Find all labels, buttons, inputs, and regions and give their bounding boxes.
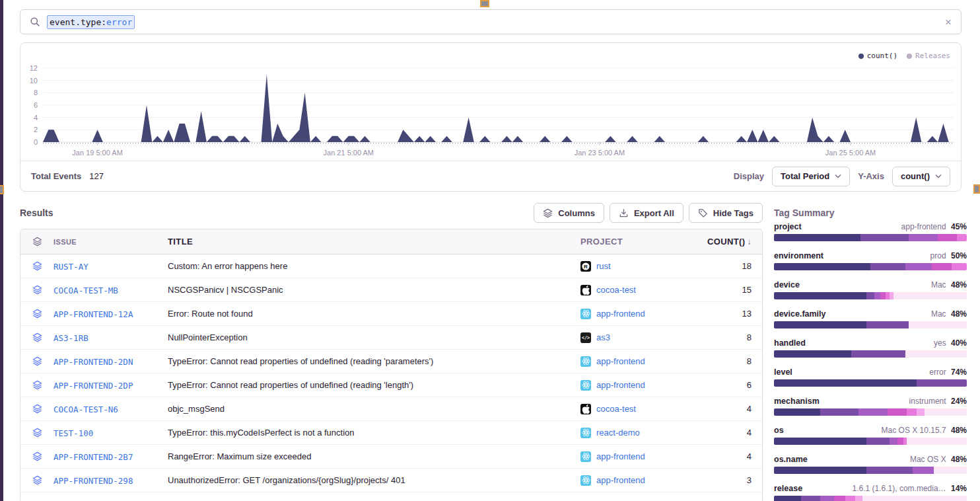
tag-bar-segment[interactable]: [774, 350, 851, 358]
issue-link[interactable]: APP-FRONTEND-12A: [53, 309, 133, 319]
tag-block-environment: environment prod 50%: [774, 251, 967, 280]
project-link[interactable]: app-frontend: [596, 309, 645, 319]
tag-bar-segment[interactable]: [774, 467, 866, 474]
tag-bar-segment[interactable]: [866, 321, 909, 328]
tag-bar-segment[interactable]: [932, 263, 951, 270]
tag-bar-segment[interactable]: [888, 408, 907, 416]
tag-bar-segment[interactable]: [905, 350, 967, 358]
project-link[interactable]: react-demo: [596, 428, 640, 438]
tag-bar-segment[interactable]: [866, 467, 913, 474]
tag-bar-segment[interactable]: [774, 234, 860, 241]
tag-bar-segment[interactable]: [774, 496, 801, 501]
tag-bar-segment[interactable]: [820, 408, 858, 416]
hide-tags-button[interactable]: Hide Tags: [689, 203, 763, 223]
tag-bar-segment[interactable]: [774, 408, 820, 416]
columns-button[interactable]: Columns: [534, 203, 604, 223]
column-header-title[interactable]: TITLE: [168, 237, 580, 247]
react-platform-icon: [580, 309, 591, 319]
tag-distribution-bar[interactable]: [774, 263, 967, 270]
tag-bar-segment[interactable]: [897, 438, 903, 445]
project-link[interactable]: app-frontend: [596, 356, 645, 366]
tag-bar-segment[interactable]: [834, 496, 846, 501]
tag-bar-segment[interactable]: [913, 467, 934, 474]
tag-distribution-bar[interactable]: [774, 350, 967, 358]
tag-bar-segment[interactable]: [774, 263, 870, 270]
project-link[interactable]: cocoa-test: [596, 404, 636, 414]
search-query-token[interactable]: event.type:error: [47, 15, 135, 29]
tag-bar-segment[interactable]: [890, 438, 897, 445]
tag-bar-segment[interactable]: [855, 496, 863, 501]
issue-link[interactable]: TEST-100: [53, 428, 93, 438]
issue-link[interactable]: APP-FRONTEND-2B7: [53, 452, 133, 462]
yaxis-dropdown[interactable]: count(): [892, 167, 950, 186]
column-header-count[interactable]: COUNT()↓: [706, 237, 762, 247]
project-link[interactable]: app-frontend: [596, 475, 645, 485]
tag-distribution-bar[interactable]: [774, 379, 967, 387]
tag-bar-segment[interactable]: [870, 263, 905, 270]
tag-bar-segment[interactable]: [866, 292, 874, 299]
search-bar[interactable]: event.type:error ×: [20, 9, 962, 34]
tag-bar-segment[interactable]: [907, 408, 917, 416]
project-link[interactable]: app-frontend: [596, 451, 645, 461]
tag-bar-segment[interactable]: [934, 467, 967, 474]
legend-count[interactable]: count(): [858, 52, 897, 60]
tag-block-handled: handled yes 40%: [774, 338, 967, 367]
event-title: NSCGSPanicv | NSCGSPanic: [168, 285, 580, 295]
tag-bar-segment[interactable]: [905, 263, 932, 270]
column-header-project[interactable]: PROJECT: [580, 237, 706, 247]
tag-bar-segment[interactable]: [907, 438, 967, 445]
tag-bar-segment[interactable]: [801, 496, 820, 501]
tag-bar-segment[interactable]: [774, 438, 866, 445]
tag-bar-segment[interactable]: [774, 379, 917, 387]
tag-bar-segment[interactable]: [845, 496, 855, 501]
tag-bar-segment[interactable]: [917, 379, 967, 387]
tag-bar-segment[interactable]: [862, 496, 967, 501]
event-count: 18: [706, 261, 762, 271]
tag-distribution-bar[interactable]: [774, 438, 967, 445]
tag-distribution-bar[interactable]: [774, 321, 967, 328]
events-chart[interactable]: 024681012Jan 19 5:00 AMJan 21 5:00 AMJan…: [20, 61, 961, 161]
project-link[interactable]: rust: [596, 261, 611, 271]
issue-link[interactable]: AS3-1RB: [53, 333, 88, 343]
table-row: APP-FRONTEND-2DP TypeError: Cannot read …: [20, 373, 762, 397]
selection-handle-right: [973, 184, 980, 194]
issue-link[interactable]: COCOA-TEST-N6: [53, 405, 118, 414]
display-dropdown[interactable]: Total Period: [772, 167, 850, 186]
tag-bar-segment[interactable]: [909, 321, 967, 328]
clear-search-icon[interactable]: ×: [945, 17, 952, 28]
project-link[interactable]: cocoa-test: [596, 285, 636, 295]
tag-bar-segment[interactable]: [860, 234, 909, 241]
tag-distribution-bar[interactable]: [774, 234, 967, 241]
project-link[interactable]: app-frontend: [596, 380, 645, 390]
chevron-down-icon: [935, 174, 942, 178]
tag-bar-segment[interactable]: [866, 438, 890, 445]
tag-distribution-bar[interactable]: [774, 496, 967, 501]
tag-bar-segment[interactable]: [851, 350, 905, 358]
column-header-issue[interactable]: ISSUE: [53, 238, 168, 246]
tag-bar-segment[interactable]: [909, 234, 938, 241]
tag-distribution-bar[interactable]: [774, 408, 967, 416]
legend-releases[interactable]: Releases: [907, 52, 950, 60]
issue-link[interactable]: COCOA-TEST-MB: [53, 286, 118, 295]
issue-link[interactable]: RUST-AY: [53, 262, 88, 272]
tag-bar-segment[interactable]: [938, 234, 957, 241]
issue-link[interactable]: APP-FRONTEND-2DN: [53, 357, 133, 367]
tag-bar-segment[interactable]: [957, 234, 967, 241]
tag-distribution-bar[interactable]: [774, 292, 967, 299]
tag-bar-segment[interactable]: [925, 408, 967, 416]
tag-bar-segment[interactable]: [774, 292, 866, 299]
export-all-button[interactable]: Export All: [610, 203, 683, 223]
tag-bar-segment[interactable]: [952, 263, 967, 270]
tag-bar-segment[interactable]: [774, 321, 866, 328]
tag-bar-segment[interactable]: [893, 292, 967, 299]
tag-bar-segment[interactable]: [917, 408, 925, 416]
project-link[interactable]: as3: [596, 332, 610, 342]
tag-bar-segment[interactable]: [858, 408, 888, 416]
tag-bar-segment[interactable]: [880, 292, 886, 299]
tag-bar-segment[interactable]: [820, 496, 833, 501]
tag-bar-segment[interactable]: [874, 292, 880, 299]
tag-distribution-bar[interactable]: [774, 467, 967, 474]
issue-stack-icon: [20, 356, 53, 366]
issue-link[interactable]: APP-FRONTEND-298: [53, 476, 133, 486]
issue-link[interactable]: APP-FRONTEND-2DP: [53, 381, 133, 391]
